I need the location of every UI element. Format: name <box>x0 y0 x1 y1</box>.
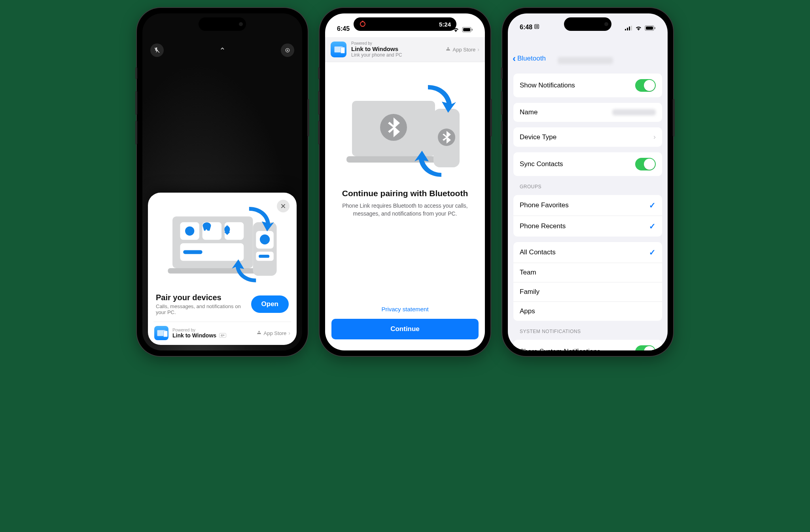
privacy-link[interactable]: Privacy statement <box>331 300 479 319</box>
row-phone-favorites[interactable]: Phone Favorites ✓ <box>513 195 662 216</box>
cell-label: Device Type <box>520 133 556 141</box>
phone-frame-3: 6:48 ‹ Bluetooth <box>502 8 673 356</box>
row-family[interactable]: Family <box>513 282 662 301</box>
shortcuts-icon <box>534 24 539 31</box>
appclip-title: Pair your devices <box>156 293 251 302</box>
app-clip-card: Pair your devices Calls, messages, and n… <box>148 193 297 345</box>
svg-point-13 <box>260 235 270 244</box>
svg-rect-29 <box>536 27 536 28</box>
svg-rect-30 <box>537 27 538 28</box>
svg-rect-27 <box>536 25 536 26</box>
cell-label: All Contacts <box>520 248 556 256</box>
pairing-body: Phone Link requires Bluetooth to access … <box>325 198 485 218</box>
svg-rect-28 <box>537 25 538 26</box>
chevron-up-icon[interactable]: ⌃ <box>219 46 226 55</box>
wifi-icon <box>635 25 642 31</box>
toggle-on[interactable] <box>635 158 656 170</box>
dynamic-island: 5:24 <box>354 17 456 31</box>
svg-point-9 <box>185 226 194 235</box>
app-store-label: App Store <box>264 330 287 336</box>
app-store-icon <box>256 330 262 337</box>
close-icon[interactable] <box>277 200 290 212</box>
app-icon <box>154 326 168 340</box>
svg-rect-19 <box>463 28 470 31</box>
nav-bar: ‹ Bluetooth <box>508 32 668 68</box>
screen-camera-appclip: ⌃ <box>142 13 302 350</box>
svg-rect-31 <box>625 29 626 30</box>
cell-label: Sync Contacts <box>520 160 563 168</box>
chevron-right-icon: › <box>653 133 656 141</box>
bluetooth-pair-illustration <box>342 78 468 181</box>
back-button[interactable]: ‹ Bluetooth <box>513 53 546 64</box>
checkmark-icon: ✓ <box>649 222 656 231</box>
powered-by-label: Powered by <box>172 328 226 332</box>
cellular-icon <box>625 26 632 31</box>
open-button[interactable]: Open <box>251 295 289 313</box>
section-header-system-notifications: SYSTEM NOTIFICATIONS <box>520 329 656 334</box>
continue-button[interactable]: Continue <box>331 319 479 339</box>
svg-rect-26 <box>535 25 539 29</box>
screen-pairing: 5:24 6:45 Powered by Link to Windows Lin… <box>325 13 485 350</box>
banner-title: Link to Windows <box>351 45 441 52</box>
app-store-label: App Store <box>453 47 476 53</box>
cell-label: Family <box>520 288 539 296</box>
pair-illustration <box>161 200 284 287</box>
phone-frame-1: ⌃ <box>137 8 308 356</box>
svg-point-16 <box>360 21 365 26</box>
cell-label: Phone Recents <box>520 222 566 230</box>
chevron-right-icon: › <box>288 330 290 336</box>
svg-rect-11 <box>253 222 277 276</box>
toggle-on[interactable] <box>635 345 656 350</box>
svg-rect-10 <box>183 250 202 254</box>
svg-rect-20 <box>472 29 473 31</box>
app-store-icon <box>445 46 451 53</box>
dynamic-island <box>564 17 611 31</box>
svg-point-2 <box>287 49 288 51</box>
row-team[interactable]: Team <box>513 263 662 282</box>
svg-rect-17 <box>362 21 363 21</box>
cell-label: Team <box>520 269 536 276</box>
svg-rect-15 <box>259 255 269 258</box>
row-show-notifications[interactable]: Show Notifications <box>513 74 662 97</box>
battery-icon <box>645 25 656 31</box>
app-store-link[interactable]: App Store › <box>445 46 480 53</box>
section-header-groups: GROUPS <box>520 184 656 189</box>
dynamic-island <box>199 17 246 31</box>
link-to-windows-banner[interactable]: Powered by Link to Windows Link your pho… <box>325 37 485 62</box>
timer-icon <box>359 20 366 28</box>
banner-subtitle: Link your phone and PC <box>351 52 441 58</box>
svg-rect-4 <box>168 268 258 274</box>
status-time: 6:45 <box>337 25 350 32</box>
status-time: 6:48 <box>520 24 532 31</box>
age-rating-badge: 4+ <box>219 333 226 338</box>
name-value-redacted <box>612 109 656 115</box>
svg-rect-37 <box>655 27 656 29</box>
svg-rect-34 <box>631 26 632 30</box>
screen-bluetooth-settings: 6:48 ‹ Bluetooth <box>508 13 668 350</box>
back-label: Bluetooth <box>517 55 546 62</box>
toggle-on[interactable] <box>635 79 656 92</box>
row-name[interactable]: Name <box>513 103 662 122</box>
svg-rect-32 <box>627 28 628 30</box>
powered-by-label: Powered by <box>351 41 441 45</box>
flash-off-icon[interactable] <box>150 44 164 57</box>
cell-label: Apps <box>520 307 535 315</box>
row-apps[interactable]: Apps <box>513 301 662 321</box>
app-store-link[interactable]: App Store › <box>256 330 291 337</box>
chevron-left-icon: ‹ <box>513 53 516 64</box>
row-phone-recents[interactable]: Phone Recents ✓ <box>513 216 662 237</box>
battery-icon <box>462 27 473 32</box>
row-device-type[interactable]: Device Type › <box>513 127 662 147</box>
row-all-contacts[interactable]: All Contacts ✓ <box>513 242 662 263</box>
svg-rect-36 <box>646 27 653 30</box>
pairing-heading: Continue pairing with Bluetooth <box>325 189 485 198</box>
row-share-system-notifications[interactable]: Share System Notifications <box>513 340 662 350</box>
cell-label: Name <box>520 108 537 116</box>
nav-title-redacted <box>558 57 613 64</box>
app-name-label: Link to Windows <box>172 332 216 339</box>
cell-label: Show Notifications <box>520 81 575 89</box>
cell-label: Share System Notifications <box>520 348 600 350</box>
app-icon <box>331 42 346 57</box>
camera-settings-icon[interactable] <box>281 44 294 57</box>
row-sync-contacts[interactable]: Sync Contacts <box>513 152 662 176</box>
